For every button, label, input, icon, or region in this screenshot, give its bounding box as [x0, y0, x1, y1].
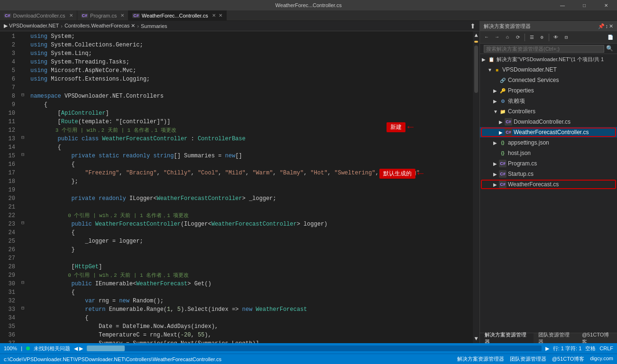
tab-close-icon[interactable]: ✕	[212, 13, 216, 18]
tab-close-icon[interactable]: ✕	[120, 13, 124, 18]
solution-explorer-search: 🔍	[480, 44, 617, 54]
editor-scrollbar-thumb[interactable]	[474, 46, 478, 93]
tree-item-program[interactable]: ▶ C# Program.cs	[480, 158, 617, 169]
minimize-button[interactable]: —	[552, 0, 573, 10]
weatherforecast-label: WeatherForecast.cs	[508, 181, 559, 188]
nav-arrows[interactable]: ◀ ▶	[74, 346, 83, 352]
scrollbar-thumb[interactable]	[87, 346, 125, 351]
toolbar-preview-btn[interactable]: 👁	[551, 33, 561, 42]
tree-arrow-solution: ▶	[482, 57, 488, 62]
tree-arrow-connected: ▶	[493, 78, 499, 83]
pin-icon[interactable]: 📌	[598, 23, 605, 29]
project-dropdown[interactable]: ▶ VPSDownloader.NET	[4, 23, 59, 29]
collapse-ctor[interactable]: ⊟	[19, 220, 27, 228]
arrow-icon[interactable]: ↕	[606, 23, 608, 29]
code-content[interactable]: using System; using System.Collections.G…	[27, 31, 473, 343]
tab-bar: C# DownloadController.cs ✕ C# Program.cs…	[0, 10, 617, 21]
weatherforecast-cs-icon: C#	[499, 181, 506, 188]
editor-scrollbar[interactable]: ▲ ▼	[473, 31, 479, 343]
close-button[interactable]: ✕	[595, 0, 617, 10]
deps-label: 依赖项	[508, 97, 525, 105]
toolbar-filter-btn[interactable]: ☰	[527, 33, 536, 42]
tab-51cto[interactable]: @51CTO博客	[577, 333, 617, 343]
zoom-level[interactable]: 100%	[4, 346, 17, 351]
tree-arrow-hostjson: ▶	[493, 151, 499, 156]
collapse-summaries[interactable]: ⊟	[19, 152, 27, 160]
collapse-namespace[interactable]: ⊟	[19, 92, 27, 100]
toolbar-forward-btn[interactable]: →	[492, 33, 502, 42]
editor-collapse-btn[interactable]: ⬆	[470, 22, 476, 30]
path-text: c:\Code\VPSDownloader.NET\VPSDownloader.…	[4, 356, 221, 362]
tree-item-appsettings[interactable]: ▶ {} appsettings.json	[480, 137, 617, 148]
maximize-button[interactable]: □	[573, 0, 595, 10]
solution-explorer-toolbar: ← → ⌂ ⟳ ☰ ⚙ 👁 ⊟ 📄	[480, 31, 617, 44]
tab-team-explorer[interactable]: 团队资源管理器	[534, 333, 577, 343]
team-explorer-tab-bottom[interactable]: 团队资源管理器	[510, 355, 546, 363]
tree-item-downloadcontroller[interactable]: ▶ C# DownloadController.cs	[480, 117, 617, 127]
tree-item-solution[interactable]: ▶ 📋 解决方案"VPSDownloader.NET"(1 个项目/共 1	[480, 54, 617, 64]
solution-explorer-tab-bottom[interactable]: 解决方案资源管理器	[457, 355, 504, 363]
search-input[interactable]	[484, 45, 604, 53]
play-btn[interactable]: ▶	[545, 346, 549, 352]
properties-label: Properties	[508, 87, 534, 94]
solution-explorer-title-text: 解决方案资源管理器	[484, 23, 531, 30]
tree-item-weatherforecastcontroller[interactable]: ▶ C# WeatherForecastController.cs	[480, 127, 617, 137]
tree-item-properties[interactable]: ▶ 🔑 Properties	[480, 85, 617, 96]
status-line-col: 行: 1 字符: 1	[553, 345, 582, 352]
status-sep: |	[21, 346, 22, 351]
downloadcontroller-cs-icon: C#	[505, 118, 512, 126]
startup-cs-icon: C#	[499, 170, 506, 178]
tree-item-hostjson[interactable]: ▶ {} host.json	[480, 148, 617, 158]
tree-item-startup[interactable]: ▶ C# Startup.cs	[480, 169, 617, 179]
scrollbar-area[interactable]	[87, 346, 542, 351]
tree-arrow-weatherforecast: ▶	[493, 182, 499, 187]
toolbar-collapse-btn[interactable]: ⊟	[562, 33, 571, 42]
toolbar-back-btn[interactable]: ←	[482, 33, 491, 42]
tab-downloadcontroller[interactable]: C# DownloadController.cs ✕	[0, 10, 77, 20]
toolbar-sync-btn[interactable]: ⟳	[513, 33, 523, 42]
tab-pin-icon[interactable]: ✕	[219, 13, 222, 18]
tab-close-icon[interactable]: ✕	[69, 13, 73, 18]
tree-item-project[interactable]: ▼ ■ VPSDownloader.NET	[480, 64, 617, 75]
tree-arrow-deps: ▶	[493, 99, 499, 104]
panel-controls[interactable]: 📌 ↕ ✕	[598, 23, 614, 29]
tab-label: WeatherForec...Controller.cs	[142, 13, 208, 18]
title-bar-controls[interactable]: — □ ✕	[552, 0, 617, 10]
editor-panel: ▶ VPSDownloader.NET › Controllers.Weathe…	[0, 21, 479, 343]
search-icon: 🔍	[606, 45, 613, 52]
breadcrumb-controllers[interactable]: Controllers.WeatherForecas ✕	[64, 23, 135, 29]
tree-item-controllers[interactable]: ▼ 📁 Controllers	[480, 106, 617, 117]
collapse-class[interactable]: ⊟	[19, 135, 27, 143]
blog-tab-bottom[interactable]: @51CTO博客	[552, 355, 584, 363]
path-bar: c:\Code\VPSDownloader.NET\VPSDownloader.…	[0, 354, 617, 364]
tab-solution-explorer[interactable]: 解决方案资源管理器	[480, 333, 534, 343]
controllers-folder-icon: 📁	[499, 108, 506, 115]
toolbar-home-btn[interactable]: ⌂	[503, 33, 512, 42]
toolbar-newfile-btn[interactable]: 📄	[606, 33, 615, 42]
status-encoding: 空格	[585, 345, 596, 352]
startup-label: Startup.cs	[508, 171, 534, 177]
breadcrumb-summaries[interactable]: Summaries	[141, 23, 167, 29]
project-bar: ▶ VPSDownloader.NET › Controllers.Weathe…	[0, 21, 479, 31]
right-bottom-tabs: 解决方案资源管理器 团队资源管理器 @51CTO博客	[480, 333, 617, 343]
solution-label: 解决方案"VPSDownloader.NET"(1 个项目/共 1	[497, 56, 604, 63]
breadcrumb-sep: ›	[61, 23, 63, 29]
tree-arrow-program: ▶	[493, 161, 499, 166]
weatherforecastcontroller-label: WeatherForecastController.cs	[514, 129, 589, 136]
tree-item-weatherforecast[interactable]: ▶ C# WeatherForecast.cs	[480, 179, 617, 190]
close-icon[interactable]: ✕	[609, 23, 613, 29]
main-area: ▶ VPSDownloader.NET › Controllers.Weathe…	[0, 21, 617, 343]
tab-weatherforecastcontroller[interactable]: C# WeatherForec...Controller.cs ✕ ✕	[129, 10, 226, 20]
tab-program[interactable]: C# Program.cs ✕	[77, 10, 129, 20]
collapse-return[interactable]: ⊟	[19, 305, 27, 314]
connected-services-label: Connected Services	[508, 77, 559, 83]
status-bar: 100% | 未找到相关问题 ◀ ▶ ▶ 行: 1 字符: 1 空格 CRLF	[0, 343, 617, 354]
tree-item-connected-services[interactable]: ▶ 🔗 Connected Services	[480, 75, 617, 85]
downloadcontroller-label: DownloadController.cs	[514, 118, 571, 125]
toolbar-settings-btn[interactable]: ⚙	[537, 33, 547, 42]
collapse-get[interactable]: ⊟	[19, 280, 27, 288]
tab-label: Program.cs	[90, 13, 117, 18]
tree-item-deps[interactable]: ▶ ⚙ 依赖项	[480, 96, 617, 106]
project-icon: ■	[493, 66, 501, 73]
annotation-new: 新建 ←	[387, 121, 414, 133]
